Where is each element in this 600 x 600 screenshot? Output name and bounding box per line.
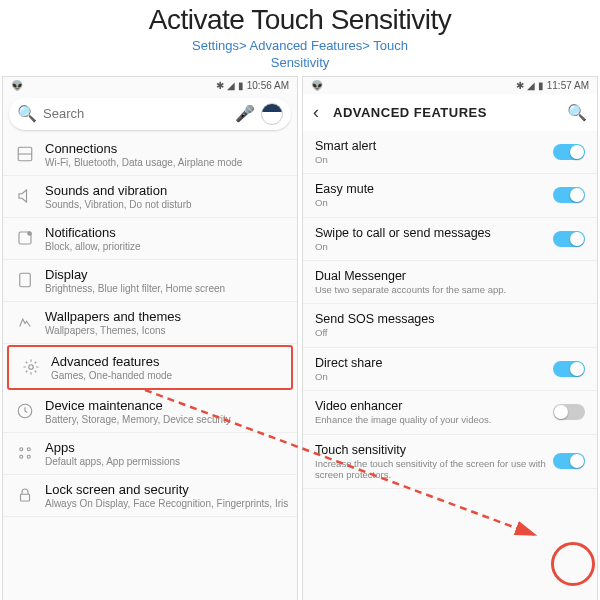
wallpaper-icon [11, 313, 39, 331]
clock-text: 11:57 AM [547, 80, 589, 91]
row-apps[interactable]: AppsDefault apps, App permissions [3, 433, 297, 475]
row-direct-share[interactable]: Direct shareOn [303, 348, 597, 391]
apps-icon [11, 444, 39, 462]
svg-rect-4 [20, 274, 31, 288]
svg-point-3 [27, 232, 32, 237]
search-bar[interactable]: 🔍 🎤 [9, 98, 291, 130]
row-touch-sensitivity[interactable]: Touch sensitivityIncrease the touch sens… [303, 435, 597, 490]
row-display[interactable]: DisplayBrightness, Blue light filter, Ho… [3, 260, 297, 302]
reddit-icon: 👽 [311, 80, 323, 91]
row-lock-screen[interactable]: Lock screen and securityAlways On Displa… [3, 475, 297, 517]
toggle-easy-mute[interactable] [553, 187, 585, 203]
row-device-maintenance[interactable]: Device maintenanceBattery, Storage, Memo… [3, 391, 297, 433]
search-icon[interactable]: 🔍 [567, 103, 587, 122]
display-icon [11, 271, 39, 289]
avatar[interactable] [261, 103, 283, 125]
search-icon: 🔍 [17, 104, 37, 123]
signal-icon: ▮ [238, 80, 244, 91]
status-bar-right: 👽 ✱ ◢ ▮ 11:57 AM [303, 77, 597, 94]
row-sos[interactable]: Send SOS messagesOff [303, 304, 597, 347]
reddit-icon: 👽 [11, 80, 23, 91]
page-header: Activate Touch Sensitivity [0, 0, 600, 38]
status-bar-left: 👽 ✱ ◢ ▮ 10:56 AM [3, 77, 297, 94]
svg-point-10 [27, 456, 30, 459]
bluetooth-icon: ✱ [216, 80, 224, 91]
wifi-icon: ◢ [527, 80, 535, 91]
row-advanced-features[interactable]: Advanced featuresGames, One-handed mode [7, 345, 293, 390]
clock-text: 10:56 AM [247, 80, 289, 91]
advanced-list: Smart alertOn Easy muteOn Swipe to call … [303, 131, 597, 600]
wifi-icon: ◢ [227, 80, 235, 91]
toggle-video-enhancer[interactable] [553, 404, 585, 420]
row-easy-mute[interactable]: Easy muteOn [303, 174, 597, 217]
screen-title: ADVANCED FEATURES [333, 105, 567, 120]
screens-container: 👽 ✱ ◢ ▮ 10:56 AM 🔍 🎤 ConnectionsWi-Fi, B… [0, 76, 600, 600]
svg-point-9 [20, 456, 23, 459]
back-button[interactable]: ‹ [313, 102, 319, 123]
search-input[interactable] [43, 106, 235, 121]
page-title: Activate Touch Sensitivity [0, 4, 600, 36]
connections-icon [11, 145, 39, 163]
row-wallpapers[interactable]: Wallpapers and themesWallpapers, Themes,… [3, 302, 297, 344]
sound-icon [11, 187, 39, 205]
row-swipe-call[interactable]: Swipe to call or send messagesOn [303, 218, 597, 261]
toggle-touch-sensitivity[interactable] [553, 453, 585, 469]
toggle-smart-alert[interactable] [553, 144, 585, 160]
maintenance-icon [11, 402, 39, 420]
toggle-direct-share[interactable] [553, 361, 585, 377]
row-dual-messenger[interactable]: Dual MessengerUse two separate accounts … [303, 261, 597, 304]
toggle-swipe-call[interactable] [553, 231, 585, 247]
row-notifications[interactable]: NotificationsBlock, allow, prioritize [3, 218, 297, 260]
svg-rect-11 [21, 495, 30, 502]
lock-icon [11, 486, 39, 504]
row-connections[interactable]: ConnectionsWi-Fi, Bluetooth, Data usage,… [3, 134, 297, 176]
advanced-header: ‹ ADVANCED FEATURES 🔍 [303, 94, 597, 131]
svg-point-8 [27, 448, 30, 451]
advanced-icon [17, 358, 45, 376]
row-sounds[interactable]: Sounds and vibrationSounds, Vibration, D… [3, 176, 297, 218]
svg-point-5 [29, 365, 34, 370]
signal-icon: ▮ [538, 80, 544, 91]
svg-point-7 [20, 448, 23, 451]
notifications-icon [11, 229, 39, 247]
row-smart-alert[interactable]: Smart alertOn [303, 131, 597, 174]
advanced-features-screen: 👽 ✱ ◢ ▮ 11:57 AM ‹ ADVANCED FEATURES 🔍 S… [302, 76, 598, 600]
row-video-enhancer[interactable]: Video enhancerEnhance the image quality … [303, 391, 597, 434]
settings-list: ConnectionsWi-Fi, Bluetooth, Data usage,… [3, 134, 297, 600]
settings-screen: 👽 ✱ ◢ ▮ 10:56 AM 🔍 🎤 ConnectionsWi-Fi, B… [2, 76, 298, 600]
bluetooth-icon: ✱ [516, 80, 524, 91]
breadcrumb: Settings> Advanced Features> Touch Sensi… [0, 38, 600, 72]
mic-icon[interactable]: 🎤 [235, 104, 255, 123]
